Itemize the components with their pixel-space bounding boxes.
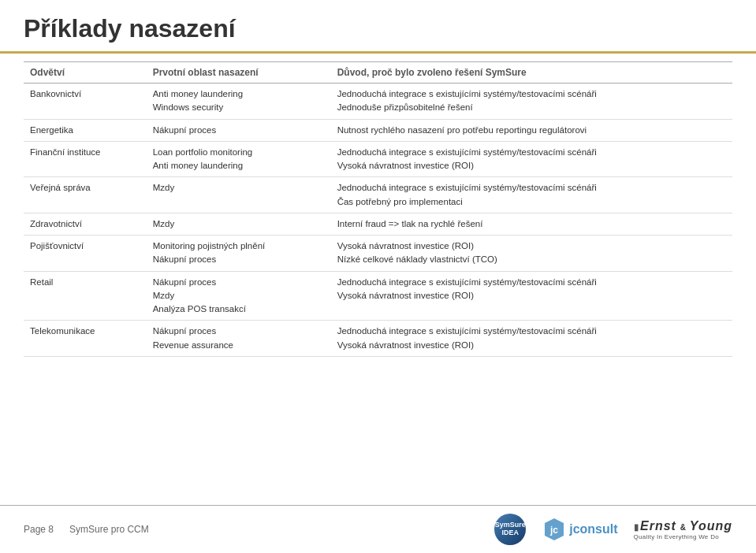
cell-oblast: Anti money launderingWindows security — [147, 84, 331, 120]
cell-duvod: Jednoduchá integrace s existujícími syst… — [331, 141, 732, 177]
jconsult-icon: jc — [542, 517, 567, 542]
oblast-line: Mzdy — [153, 289, 325, 302]
cell-duvod: Interní fraud => tlak na rychlé řešení — [331, 213, 732, 235]
footer-page-number: Page 8 — [24, 524, 54, 535]
ey-tagline: Quality In Everything We Do — [634, 533, 719, 540]
table-row: EnergetikaNákupní procesNutnost rychlého… — [24, 119, 732, 141]
symsure-circle-icon: SymSureIDEA — [494, 514, 526, 545]
cell-oblast: Nákupní procesRevenue assurance — [147, 321, 331, 357]
footer-logos: SymSureIDEA jc jconsult ▮ Ernst & — [494, 514, 732, 545]
footer-subtitle: SymSure pro CCM — [69, 524, 149, 535]
table-row: RetailNákupní procesMzdyAnalýza POS tran… — [24, 271, 732, 321]
oblast-line: Windows security — [153, 101, 325, 114]
cell-odvetvi: Energetika — [24, 119, 147, 141]
duvod-line: Čas potřebný pro implementaci — [337, 195, 726, 209]
header: Příklady nasazení — [0, 0, 756, 54]
duvod-line: Nutnost rychlého nasazení pro potřebu re… — [337, 124, 726, 137]
table-row: Finanční instituceLoan portfolio monitor… — [24, 141, 732, 177]
cell-duvod: Nutnost rychlého nasazení pro potřebu re… — [331, 119, 732, 141]
cell-odvetvi: Bankovnictví — [24, 84, 147, 120]
oblast-line: Analýza POS transakcí — [153, 302, 325, 316]
cell-odvetvi: Retail — [24, 271, 147, 321]
col-header-odvetvi: Odvětví — [24, 62, 147, 84]
cell-oblast: Monitoring pojistných plněníNákupní proc… — [147, 236, 331, 272]
oblast-line: Anti money laundering — [153, 87, 325, 101]
col-header-duvod: Důvod, proč bylo zvoleno řešení SymSure — [331, 62, 732, 84]
duvod-line: Vysoká návratnost investice (ROI) — [337, 239, 726, 253]
oblast-line: Nákupní proces — [153, 325, 325, 338]
col-header-oblast: Prvotní oblast nasazení — [147, 62, 331, 84]
cell-oblast: Nákupní proces — [147, 119, 331, 141]
cell-duvod: Jednoduchá integrace s existujícími syst… — [331, 177, 732, 213]
oblast-line: Mzdy — [153, 217, 325, 231]
duvod-line: Interní fraud => tlak na rychlé řešení — [337, 217, 726, 231]
footer-left: Page 8 SymSure pro CCM — [24, 524, 149, 535]
oblast-line: Nákupní proces — [153, 253, 325, 266]
cell-oblast: Mzdy — [147, 177, 331, 213]
oblast-line: Loan portfolio monitoring — [153, 146, 325, 159]
cell-odvetvi: Telekomunikace — [24, 321, 147, 357]
ey-brand-icon: ▮ — [634, 522, 639, 533]
table-row: ZdravotnictvíMzdyInterní fraud => tlak n… — [24, 213, 732, 235]
logo-symsure: SymSureIDEA — [494, 514, 526, 545]
duvod-line: Vysoká návratnost investice (ROI) — [337, 289, 726, 302]
symsure-circle-text: SymSureIDEA — [495, 521, 526, 537]
cell-duvod: Jednoduchá integrace s existujícími syst… — [331, 84, 732, 120]
duvod-line: Jednoduchá integrace s existujícími syst… — [337, 181, 726, 195]
table-row: BankovnictvíAnti money launderingWindows… — [24, 84, 732, 120]
cell-duvod: Jednoduchá integrace s existujícími syst… — [331, 271, 732, 321]
table-row: Veřejná správaMzdyJednoduchá integrace s… — [24, 177, 732, 213]
cell-duvod: Vysoká návratnost investice (ROI)Nízké c… — [331, 236, 732, 272]
cell-odvetvi: Veřejná správa — [24, 177, 147, 213]
main-content: Odvětví Prvotní oblast nasazení Důvod, p… — [0, 54, 756, 505]
page-container: Příklady nasazení Odvětví Prvotní oblast… — [0, 0, 756, 553]
jconsult-text: jconsult — [569, 522, 617, 536]
deployment-table: Odvětví Prvotní oblast nasazení Důvod, p… — [24, 61, 732, 357]
oblast-line: Nákupní proces — [153, 124, 325, 137]
oblast-line: Revenue assurance — [153, 339, 325, 352]
logo-jconsult: jc jconsult — [542, 517, 617, 542]
cell-odvetvi: Zdravotnictví — [24, 213, 147, 235]
cell-odvetvi: Pojišťovnictví — [24, 236, 147, 272]
table-row: TelekomunikaceNákupní procesRevenue assu… — [24, 321, 732, 357]
svg-text:jc: jc — [549, 525, 558, 536]
ey-brand-name: Ernst & Young — [640, 519, 732, 533]
duvod-line: Jednoduše přizpůsobitelné řešení — [337, 101, 726, 114]
cell-oblast: Loan portfolio monitoringAnti money laun… — [147, 141, 331, 177]
duvod-line: Jednoduchá integrace s existujícími syst… — [337, 87, 726, 101]
duvod-line: Vysoká návratnost investice (ROI) — [337, 339, 726, 352]
duvod-line: Nízké celkové náklady vlastnictví (TCO) — [337, 253, 726, 266]
table-header-row: Odvětví Prvotní oblast nasazení Důvod, p… — [24, 62, 732, 84]
duvod-line: Jednoduchá integrace s existujícími syst… — [337, 276, 726, 289]
footer: Page 8 SymSure pro CCM SymSureIDEA jc jc… — [0, 505, 756, 553]
cell-oblast: Mzdy — [147, 213, 331, 235]
cell-duvod: Jednoduchá integrace s existujícími syst… — [331, 321, 732, 357]
duvod-line: Jednoduchá integrace s existujícími syst… — [337, 325, 726, 338]
cell-oblast: Nákupní procesMzdyAnalýza POS transakcí — [147, 271, 331, 321]
logo-ernst-young: ▮ Ernst & Young Quality In Everything We… — [634, 519, 732, 540]
page-title: Příklady nasazení — [24, 14, 732, 43]
oblast-line: Mzdy — [153, 181, 325, 195]
duvod-line: Jednoduchá integrace s existujícími syst… — [337, 146, 726, 159]
table-row: PojišťovnictvíMonitoring pojistných plně… — [24, 236, 732, 272]
cell-odvetvi: Finanční instituce — [24, 141, 147, 177]
duvod-line: Vysoká návratnost investice (ROI) — [337, 159, 726, 173]
oblast-line: Monitoring pojistných plnění — [153, 239, 325, 253]
oblast-line: Anti money laundering — [153, 159, 325, 173]
oblast-line: Nákupní proces — [153, 276, 325, 289]
